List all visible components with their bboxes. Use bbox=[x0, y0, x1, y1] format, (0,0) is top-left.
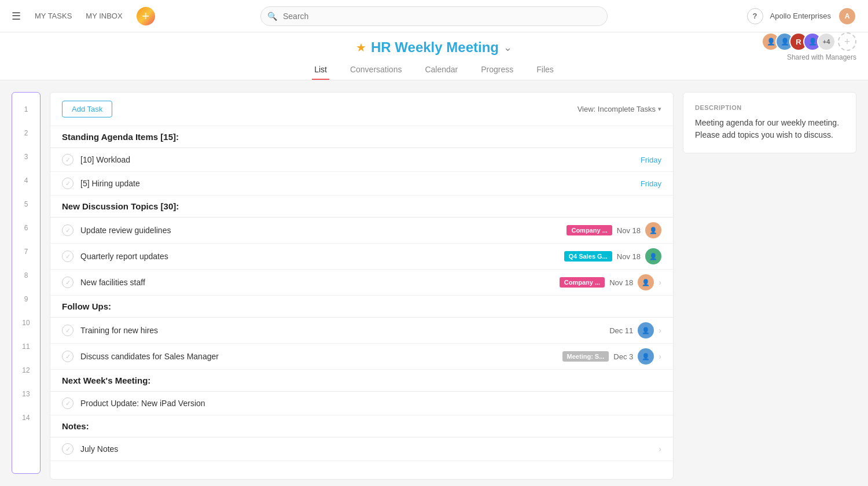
task-avatar: 👤 bbox=[638, 322, 654, 338]
row-num-5: 5 bbox=[12, 192, 40, 216]
table-row[interactable]: ✓ Update review guidelines Company ... N… bbox=[50, 218, 673, 244]
task-list-panel: Add Task View: Incomplete Tasks ▾ Standi… bbox=[50, 92, 674, 480]
section-follow-ups: Follow Ups: bbox=[50, 296, 673, 318]
main-container: 1 2 3 4 5 6 7 8 9 10 11 12 13 14 Add Tas… bbox=[0, 80, 868, 486]
task-name: [10] Workload bbox=[80, 155, 641, 164]
task-meta: Dec 11 👤 › bbox=[609, 322, 661, 338]
description-body: Meeting agenda for our weekly meeting. P… bbox=[695, 117, 844, 141]
row-num-6: 6 bbox=[12, 216, 40, 240]
task-date: Nov 18 bbox=[609, 278, 633, 287]
tab-calendar[interactable]: Calendar bbox=[422, 60, 460, 80]
task-checkbox[interactable]: ✓ bbox=[62, 251, 73, 262]
task-avatar: 👤 bbox=[638, 274, 654, 290]
task-meta: Q4 Sales G... Nov 18 👤 bbox=[564, 248, 661, 264]
section-follow-ups-label: Follow Ups: bbox=[62, 301, 111, 311]
table-row[interactable]: ✓ Product Update: New iPad Version bbox=[50, 392, 673, 415]
table-row[interactable]: ✓ July Notes › bbox=[50, 437, 673, 461]
add-member-button[interactable]: + bbox=[838, 32, 856, 51]
row-num-2: 2 bbox=[12, 121, 40, 145]
row-num-14: 14 bbox=[12, 406, 40, 429]
task-meta: Company ... Nov 18 👤 bbox=[567, 222, 661, 238]
my-inbox-link[interactable]: MY INBOX bbox=[86, 12, 122, 20]
page-title: HR Weekly Meeting bbox=[371, 39, 499, 56]
tab-progress[interactable]: Progress bbox=[479, 60, 516, 80]
chevron-right-icon[interactable]: › bbox=[659, 444, 661, 454]
page-tabs: List Conversations Calendar Progress Fil… bbox=[0, 60, 868, 80]
description-title: DESCRIPTION bbox=[695, 104, 844, 111]
task-meta: Meeting: S... Dec 3 👤 › bbox=[562, 348, 661, 365]
task-checkbox[interactable]: ✓ bbox=[62, 277, 73, 288]
table-row[interactable]: ✓ New facilities staff Company ... Nov 1… bbox=[50, 270, 673, 296]
help-button[interactable]: ? bbox=[747, 8, 763, 24]
header-right-block: 👤 👤 R 👤 +4 + Shared with Managers bbox=[762, 32, 856, 61]
hamburger-icon[interactable]: ☰ bbox=[12, 10, 21, 23]
task-checkbox[interactable]: ✓ bbox=[62, 178, 73, 189]
search-bar: 🔍 bbox=[260, 6, 608, 26]
task-tag: Company ... bbox=[560, 277, 605, 288]
task-date: Nov 18 bbox=[617, 226, 641, 235]
avatar-stack: 👤 👤 R 👤 +4 + bbox=[762, 32, 856, 51]
chevron-right-icon[interactable]: › bbox=[659, 352, 661, 361]
my-tasks-link[interactable]: MY TASKS bbox=[35, 12, 72, 20]
task-checkbox[interactable]: ✓ bbox=[62, 224, 73, 236]
task-tag: Company ... bbox=[567, 225, 612, 235]
task-list-toolbar: Add Task View: Incomplete Tasks ▾ bbox=[50, 93, 673, 126]
row-num-1: 1 bbox=[12, 97, 40, 121]
task-name: Product Update: New iPad Version bbox=[80, 399, 661, 408]
table-row[interactable]: ✓ [5] Hiring update Friday bbox=[50, 172, 673, 196]
task-name: New facilities staff bbox=[80, 278, 560, 287]
title-caret-icon[interactable]: ⌄ bbox=[503, 41, 512, 54]
nav-right: ? Apollo Enterprises A bbox=[747, 7, 857, 25]
task-checkbox[interactable]: ✓ bbox=[62, 351, 73, 362]
task-date: Dec 3 bbox=[613, 352, 633, 361]
task-date: Friday bbox=[641, 179, 661, 188]
user-avatar[interactable]: A bbox=[838, 7, 856, 25]
section-standing-agenda: Standing Agenda Items [15]: bbox=[50, 126, 673, 148]
task-meta: › bbox=[659, 444, 661, 454]
row-num-8: 8 bbox=[12, 263, 40, 287]
table-row[interactable]: ✓ Training for new hires Dec 11 👤 › bbox=[50, 318, 673, 344]
row-num-4: 4 bbox=[12, 168, 40, 192]
task-name: July Notes bbox=[80, 444, 659, 454]
tab-list[interactable]: List bbox=[312, 60, 329, 80]
table-row[interactable]: ✓ Quarterly report updates Q4 Sales G...… bbox=[50, 244, 673, 270]
task-name: [5] Hiring update bbox=[80, 179, 641, 188]
search-icon: 🔍 bbox=[267, 12, 277, 21]
section-next-weeks-meeting: Next Week's Meeting: bbox=[50, 370, 673, 392]
search-input[interactable] bbox=[260, 6, 608, 26]
chevron-right-icon[interactable]: › bbox=[659, 278, 661, 287]
task-tag: Q4 Sales G... bbox=[564, 251, 612, 262]
tab-files[interactable]: Files bbox=[534, 60, 556, 80]
chevron-right-icon[interactable]: › bbox=[659, 326, 661, 335]
task-meta: Company ... Nov 18 👤 › bbox=[560, 274, 661, 290]
add-task-button[interactable]: Add Task bbox=[62, 101, 112, 117]
view-select[interactable]: View: Incomplete Tasks ▾ bbox=[578, 105, 661, 113]
row-num-7: 7 bbox=[12, 240, 40, 263]
shared-avatar-more: +4 bbox=[817, 32, 836, 51]
task-date: Nov 18 bbox=[617, 252, 641, 261]
add-button[interactable]: + bbox=[137, 7, 155, 25]
page-header: 👤 👤 R 👤 +4 + Shared with Managers ★ HR W… bbox=[0, 32, 868, 80]
row-num-10: 10 bbox=[12, 311, 40, 334]
nav-left: ☰ MY TASKS MY INBOX + bbox=[12, 7, 155, 25]
tab-conversations[interactable]: Conversations bbox=[348, 60, 404, 80]
table-row[interactable]: ✓ Discuss candidates for Sales Manager M… bbox=[50, 344, 673, 370]
task-meta: Friday bbox=[641, 179, 661, 188]
view-select-label: View: Incomplete Tasks bbox=[578, 105, 656, 113]
row-num-11: 11 bbox=[12, 334, 40, 358]
task-checkbox[interactable]: ✓ bbox=[62, 154, 73, 165]
top-nav: ☰ MY TASKS MY INBOX + 🔍 ? Apollo Enterpr… bbox=[0, 0, 868, 32]
task-checkbox[interactable]: ✓ bbox=[62, 443, 73, 455]
workspace-name: Apollo Enterprises bbox=[770, 12, 832, 20]
task-meta: Friday bbox=[641, 156, 661, 164]
task-checkbox[interactable]: ✓ bbox=[62, 325, 73, 336]
section-new-discussion-label: New Discussion Topics [30]: bbox=[62, 201, 179, 211]
page-title-row: ★ HR Weekly Meeting ⌄ bbox=[0, 39, 868, 56]
section-notes-label: Notes: bbox=[62, 421, 89, 431]
row-num-9: 9 bbox=[12, 287, 40, 311]
shared-label: Shared with Managers bbox=[762, 53, 856, 61]
table-row[interactable]: ✓ [10] Workload Friday bbox=[50, 148, 673, 172]
task-checkbox[interactable]: ✓ bbox=[62, 397, 73, 409]
task-name: Discuss candidates for Sales Manager bbox=[80, 352, 562, 361]
task-name: Quarterly report updates bbox=[80, 252, 564, 261]
